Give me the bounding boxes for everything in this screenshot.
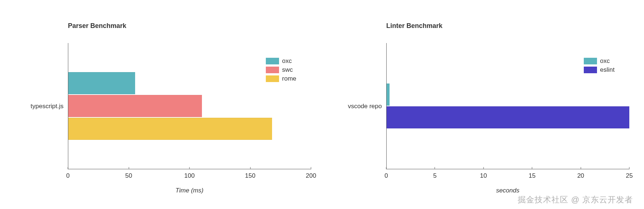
x-tick: 150 (245, 172, 255, 180)
category-label: typescript.js (30, 103, 64, 110)
legend-item-eslint: eslint (584, 66, 615, 74)
x-axis: 0510152025 (386, 169, 629, 184)
legend-label: oxc (282, 57, 292, 65)
x-tick: 0 (66, 172, 69, 180)
chart-title: Parser Benchmark (68, 22, 311, 30)
legend-swatch-icon (266, 58, 279, 64)
bar-swc (68, 95, 202, 117)
chart-1: Linter Benchmarkvscode repo0510152025sec… (333, 22, 629, 194)
legend-swatch-icon (584, 67, 597, 73)
legend-item-rome: rome (266, 75, 296, 82)
x-tick: 0 (384, 172, 388, 180)
x-tick: 20 (577, 172, 584, 180)
legend-item-oxc: oxc (584, 57, 615, 65)
bar-oxc (387, 84, 390, 106)
legend-label: eslint (600, 66, 615, 74)
x-axis-label: seconds (386, 187, 629, 194)
legend: oxceslint (584, 57, 615, 74)
x-tick: 50 (125, 172, 132, 180)
bar-oxc (68, 72, 135, 94)
x-axis-label: Time (ms) (68, 187, 311, 194)
bar-rome (68, 118, 272, 140)
x-tick: 100 (184, 172, 195, 180)
legend-label: swc (282, 66, 293, 74)
chart-title: Linter Benchmark (386, 22, 629, 30)
x-axis: 050100150200 (68, 169, 311, 184)
x-tick: 10 (480, 172, 487, 180)
x-tick: 15 (529, 172, 536, 180)
bar-eslint (387, 106, 629, 128)
legend-swatch-icon (266, 67, 279, 73)
legend: oxcswcrome (266, 57, 296, 82)
legend-swatch-icon (584, 58, 597, 64)
x-tick: 5 (433, 172, 437, 180)
category-label: vscode repo (348, 103, 382, 110)
legend-item-swc: swc (266, 66, 296, 74)
chart-0: Parser Benchmarktypescript.js05010015020… (15, 22, 311, 194)
x-tick: 200 (306, 172, 316, 180)
legend-item-oxc: oxc (266, 57, 296, 65)
legend-swatch-icon (266, 75, 279, 82)
watermark: 掘金技术社区 @ 京东云开发者 (518, 194, 633, 205)
legend-label: rome (282, 75, 296, 82)
x-tick: 25 (626, 172, 633, 180)
legend-label: oxc (600, 57, 609, 65)
